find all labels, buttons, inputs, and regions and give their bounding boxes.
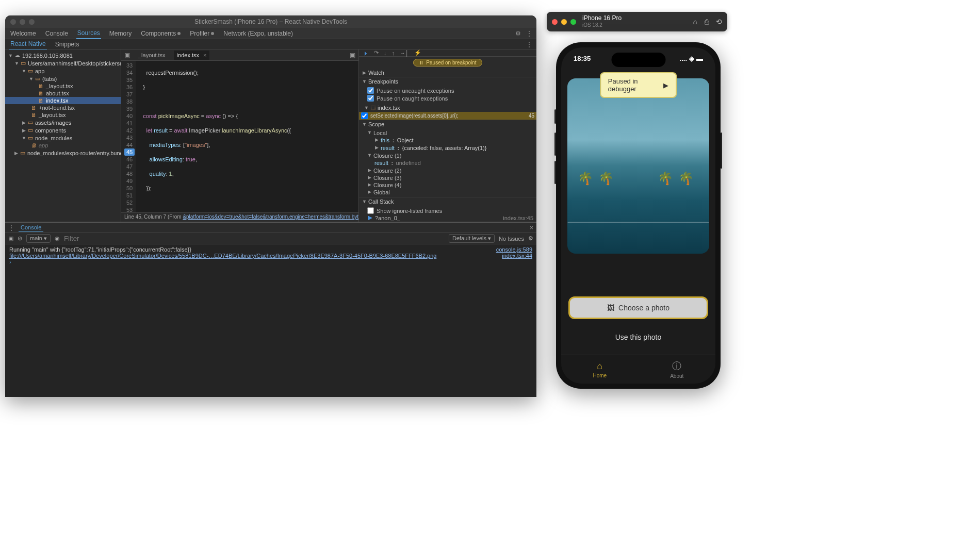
ignore-listed-checkbox[interactable]: Show ignore-listed frames xyxy=(367,207,533,214)
file-tab-layout[interactable]: _layout.tsx xyxy=(135,51,169,60)
levels-selector[interactable]: Default levels ▾ xyxy=(449,234,495,243)
tree-file-layout[interactable]: 🗎_layout.tsx xyxy=(5,82,121,90)
tab-welcome[interactable]: Welcome xyxy=(9,28,37,39)
step-into-icon[interactable]: ↓ xyxy=(384,50,387,56)
tab-console[interactable]: Console xyxy=(44,28,69,39)
scope-this[interactable]: ▶this: Object xyxy=(367,137,533,144)
tree-file-layout2[interactable]: 🗎_layout.tsx xyxy=(5,111,121,119)
close-icon[interactable] xyxy=(552,19,558,25)
checkbox[interactable] xyxy=(367,87,374,94)
overflow-icon[interactable]: ▣ xyxy=(350,52,355,59)
gear-icon[interactable]: ⚙ xyxy=(528,235,533,242)
scope-global[interactable]: ▶Global xyxy=(367,189,533,196)
scope-closure3[interactable]: ▶Closure (3) xyxy=(367,174,533,181)
scope-c1result[interactable]: result: undefined xyxy=(367,159,533,167)
tree-appf[interactable]: 🗎app xyxy=(5,142,121,149)
menu-icon[interactable]: ⋮ xyxy=(526,30,532,37)
tree-label: app xyxy=(39,142,48,148)
code-text[interactable]: requestPermission(); } const pickImageAs… xyxy=(136,61,358,212)
pause-caught-checkbox[interactable]: Pause on caught exceptions xyxy=(367,94,533,102)
tab-home[interactable]: ⌂Home xyxy=(561,355,639,384)
section-callstack[interactable]: ▼Call Stack xyxy=(359,197,536,206)
scope-closure2[interactable]: ▶Closure (2) xyxy=(367,167,533,174)
console-log[interactable]: Running "main" with {"rootTag":71,"initi… xyxy=(5,244,536,397)
scope-result[interactable]: ▶result: {canceled: false, assets: Array… xyxy=(367,144,533,152)
close-icon[interactable] xyxy=(10,19,16,25)
breakpoint-marker[interactable]: 45 xyxy=(124,148,135,156)
scope-closure1[interactable]: ▼Closure (1) xyxy=(367,152,533,159)
deactivate-bp-icon[interactable]: ⚡ xyxy=(414,49,421,56)
section-label: Watch xyxy=(368,70,384,76)
tab-network[interactable]: Network (Expo, unstable) xyxy=(222,28,294,39)
scope-closure4[interactable]: ▶Closure (4) xyxy=(367,181,533,189)
section-scope[interactable]: ▼Scope xyxy=(359,120,536,128)
screenshot-icon[interactable]: ⎙ xyxy=(705,18,709,26)
file-tab-index[interactable]: index.tsx× xyxy=(174,51,210,60)
tab-profiler[interactable]: Profiler xyxy=(189,28,215,39)
section-watch[interactable]: ▶Watch xyxy=(359,69,536,77)
close-icon[interactable]: × xyxy=(203,52,206,58)
choose-photo-button[interactable]: 🖼 Choose a photo xyxy=(568,296,708,319)
step-out-icon[interactable]: ↑ xyxy=(392,50,395,56)
tree-tabs-folder[interactable]: ▼▭(tabs) xyxy=(5,75,121,82)
tree-assets[interactable]: ▶▭assets/images xyxy=(5,119,121,126)
tree-file-index[interactable]: 🗎index.tsx xyxy=(5,97,121,104)
gear-icon[interactable]: ⚙ xyxy=(515,30,521,37)
pause-icon: ⏸ xyxy=(419,60,424,65)
breakpoint-item[interactable]: setSelectedImage(result.assets[0].uri);4… xyxy=(359,112,536,120)
code-editor[interactable]: 3334353637383940414243444546474849505152… xyxy=(121,61,358,212)
subtab-react-native[interactable]: React Native xyxy=(9,39,47,49)
folder-icon: ▭ xyxy=(35,75,40,82)
rotate-icon[interactable]: ⟲ xyxy=(716,18,722,26)
log-source-link[interactable]: console.js:589 xyxy=(496,246,532,253)
resume-icon[interactable]: ▶ xyxy=(663,81,668,89)
scope-local[interactable]: ▼Local xyxy=(367,129,533,137)
section-breakpoints[interactable]: ▼Breakpoints xyxy=(359,77,536,86)
tab-memory[interactable]: Memory xyxy=(108,28,133,39)
filter-input[interactable] xyxy=(64,235,445,242)
tree-entry[interactable]: ▶▭node_modules/expo-router/entry.bundle/ xyxy=(5,149,121,157)
minimize-icon[interactable] xyxy=(561,19,567,25)
tree-app[interactable]: ▼▭app xyxy=(5,67,121,75)
tree-host[interactable]: ▼☁192.168.0.105:8081 xyxy=(5,52,121,59)
tab-about[interactable]: ⓘAbout xyxy=(639,355,716,384)
log-source-link[interactable]: index.tsx:44 xyxy=(502,253,532,259)
close-icon[interactable]: × xyxy=(530,224,533,231)
checkbox[interactable] xyxy=(367,95,374,102)
editor-area: ▣ _layout.tsx index.tsx× ▣ 3334353637383… xyxy=(121,49,358,222)
tree-file-notfound[interactable]: 🗎+not-found.tsx xyxy=(5,104,121,111)
context-selector[interactable]: main ▾ xyxy=(26,234,51,243)
log-file-link[interactable]: file:///Users/amanhimself/Library/Develo… xyxy=(9,253,436,259)
console-prompt[interactable]: › xyxy=(9,259,532,265)
zoom-icon[interactable] xyxy=(29,19,35,25)
use-photo-button[interactable]: Use this photo xyxy=(561,333,715,341)
clear-icon[interactable]: ⊘ xyxy=(18,235,22,242)
menu-icon[interactable]: ⋮ xyxy=(526,41,532,48)
sidebar-toggle-icon[interactable]: ▣ xyxy=(124,52,130,59)
pause-uncaught-checkbox[interactable]: Pause on uncaught exceptions xyxy=(367,87,533,94)
tree-file-about[interactable]: 🗎about.tsx xyxy=(5,90,121,97)
zoom-icon[interactable] xyxy=(570,19,576,25)
breakpoint-file[interactable]: ▼⬚index.tsx xyxy=(359,103,536,112)
tab-components[interactable]: Components xyxy=(140,28,182,39)
home-icon[interactable]: ⌂ xyxy=(693,18,697,26)
step-over-icon[interactable]: ↷ xyxy=(374,49,379,56)
tree-node-modules[interactable]: ▼▭node_modules xyxy=(5,134,121,142)
stack-frame[interactable]: ⯈?anon_0_index.tsx:45 xyxy=(367,214,533,222)
sidebar-toggle-icon[interactable]: ▣ xyxy=(8,235,13,242)
tree-path[interactable]: ▼▭Users/amanhimself/Desktop/stickersmash xyxy=(5,59,121,67)
eye-icon[interactable]: ◉ xyxy=(55,235,60,242)
code-line xyxy=(140,199,358,206)
source-url-link[interactable]: &platform=ios&dev=true&hot=false&transfo… xyxy=(183,214,358,220)
step-icon[interactable]: →│ xyxy=(400,50,409,56)
resume-icon[interactable]: ⏵ xyxy=(363,50,369,56)
checkbox[interactable] xyxy=(367,207,374,214)
checkbox[interactable] xyxy=(361,112,368,119)
menu-icon[interactable]: ⋮ xyxy=(8,224,14,231)
tab-sources[interactable]: Sources xyxy=(76,28,101,39)
console-tab[interactable]: Console xyxy=(19,223,43,232)
tree-components[interactable]: ▶▭components xyxy=(5,126,121,134)
subtab-snippets[interactable]: Snippets xyxy=(54,39,80,49)
folder-icon: ▭ xyxy=(28,127,33,134)
minimize-icon[interactable] xyxy=(20,19,25,25)
